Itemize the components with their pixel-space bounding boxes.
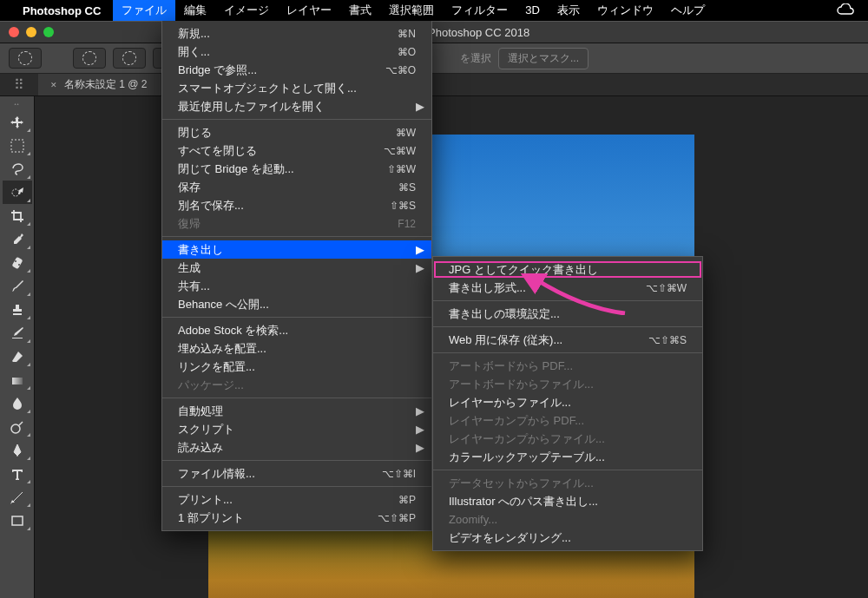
export-submenu-item[interactable]: Web 用に保存 (従来)...⌥⇧⌘S	[433, 331, 702, 349]
export-submenu-item[interactable]: Illustrator へのパス書き出し...	[433, 492, 702, 510]
file-menu-item[interactable]: 開く...⌘O	[162, 43, 431, 61]
type-tool-icon[interactable]	[3, 462, 32, 485]
file-menu-item[interactable]: すべてを閉じる⌥⌘W	[162, 141, 431, 160]
file-menu-item-label: 開く...	[178, 44, 210, 60]
file-menu-item[interactable]: 別名で保存...⇧⌘S	[162, 196, 431, 214]
file-menu-item[interactable]: 自動処理▶	[162, 402, 431, 420]
file-menu-item-label: リンクを配置...	[178, 359, 255, 375]
export-submenu-item-label: Web 用に保存 (従来)...	[449, 332, 562, 348]
file-menu-item[interactable]: Adobe Stock を検索...	[162, 321, 431, 339]
file-menu-item[interactable]: 最近使用したファイルを開く▶	[162, 97, 431, 115]
menubar-item-ウィンドウ[interactable]: ウィンドウ	[589, 0, 662, 21]
export-submenu-item-label: レイヤーカンプからファイル...	[449, 431, 605, 447]
pen-tool-icon[interactable]	[3, 438, 32, 462]
shortcut-label: ⌥⇧⌘W	[646, 282, 687, 294]
file-menu-item[interactable]: 閉じる⌘W	[162, 123, 431, 141]
tool-panel-grip-icon[interactable]: ••	[14, 102, 19, 107]
stamp-tool-icon[interactable]	[3, 298, 32, 321]
cc-cloud-icon[interactable]	[837, 3, 854, 18]
lasso-tool-icon[interactable]	[3, 157, 32, 181]
export-submenu-item[interactable]: 書き出しの環境設定...	[433, 305, 702, 323]
file-menu-item-label: 新規...	[178, 26, 210, 42]
select-and-mask-button[interactable]: 選択とマスク...	[498, 48, 589, 69]
tab-grip-icon[interactable]: ⠿	[0, 74, 38, 95]
menubar-item-レイヤー[interactable]: レイヤー	[278, 0, 340, 21]
file-menu-item[interactable]: 埋め込みを配置...	[162, 339, 431, 358]
active-tool-icon[interactable]	[9, 48, 42, 69]
file-menu-item[interactable]: 新規...⌘N	[162, 24, 431, 43]
shortcut-label: ⌘O	[398, 46, 416, 58]
menubar-item-表示[interactable]: 表示	[549, 0, 589, 21]
file-menu-item[interactable]: 生成▶	[162, 259, 431, 277]
export-submenu-item: データセットからファイル...	[433, 474, 702, 492]
file-menu-item-label: 閉じる	[178, 125, 212, 141]
menubar-item-書式[interactable]: 書式	[340, 0, 380, 21]
menubar-item-編集[interactable]: 編集	[175, 0, 215, 21]
menubar-item-ヘルプ[interactable]: ヘルプ	[662, 0, 713, 21]
options-bar: を選択 選択とマスク...	[0, 43, 868, 74]
menubar-item-ファイル[interactable]: ファイル	[113, 0, 175, 21]
file-menu-item[interactable]: プリント...⌘P	[162, 490, 431, 509]
file-menu-item[interactable]: 1 部プリント⌥⇧⌘P	[162, 509, 431, 527]
quick-select-tool-icon[interactable]	[3, 181, 32, 204]
file-menu-item[interactable]: ファイル情報...⌥⇧⌘I	[162, 464, 431, 483]
shortcut-label: ⌘P	[398, 494, 416, 506]
path-tool-icon[interactable]	[3, 485, 32, 509]
brush-tool-icon[interactable]	[3, 274, 32, 298]
file-menu-separator	[162, 119, 431, 120]
file-menu-separator	[162, 486, 431, 487]
crop-tool-icon[interactable]	[3, 204, 32, 227]
file-menu-item[interactable]: Bridge で参照...⌥⌘O	[162, 61, 431, 79]
file-menu-item-label: プリント...	[178, 492, 233, 508]
file-menu-item[interactable]: 保存⌘S	[162, 178, 431, 196]
close-tab-icon[interactable]: ✕	[50, 81, 57, 89]
blur-tool-icon[interactable]	[3, 391, 32, 415]
export-submenu-item-label: 書き出し形式...	[449, 280, 526, 296]
submenu-chevron-icon: ▶	[416, 441, 424, 454]
file-menu-item[interactable]: スクリプト▶	[162, 420, 431, 438]
shortcut-label: ⌥⌘O	[385, 64, 416, 76]
menubar-item-3D[interactable]: 3D	[516, 0, 549, 21]
eraser-tool-icon[interactable]	[3, 345, 32, 368]
heal-tool-icon[interactable]	[3, 251, 32, 274]
file-menu-item[interactable]: スマートオブジェクトとして開く...	[162, 79, 431, 97]
bucket-tool-icon[interactable]	[3, 368, 32, 391]
eyedropper-tool-icon[interactable]	[3, 227, 32, 251]
export-submenu-item-label: 書き出しの環境設定...	[449, 306, 560, 322]
export-submenu-item[interactable]: ビデオをレンダリング...	[433, 529, 702, 547]
file-menu-item[interactable]: 読み込み▶	[162, 438, 431, 457]
file-menu-item[interactable]: Behance へ公開...	[162, 295, 431, 313]
file-menu-item[interactable]: 閉じて Bridge を起動...⇧⌘W	[162, 160, 431, 178]
file-menu-item[interactable]: リンクを配置...	[162, 358, 431, 376]
export-submenu-separator	[433, 300, 702, 301]
export-submenu-item: レイヤーカンプからファイル...	[433, 430, 702, 448]
menubar-item-フィルター[interactable]: フィルター	[443, 0, 516, 21]
export-submenu-separator	[433, 352, 702, 353]
export-submenu-item[interactable]: JPG としてクイック書き出し	[433, 260, 702, 279]
shortcut-label: ⇧⌘S	[390, 200, 416, 212]
file-menu-item-label: ファイル情報...	[178, 466, 255, 482]
submenu-chevron-icon: ▶	[416, 423, 424, 436]
new-selection-icon[interactable]	[113, 48, 146, 69]
export-submenu-item[interactable]: カラールックアップテーブル...	[433, 448, 702, 466]
menubar-item-選択範囲[interactable]: 選択範囲	[380, 0, 443, 21]
window-traffic-lights[interactable]	[9, 27, 54, 37]
brush-preset-icon[interactable]	[73, 48, 106, 69]
shortcut-label: F12	[398, 218, 416, 230]
move-tool-icon[interactable]	[3, 110, 32, 134]
document-tab[interactable]: ✕ 名称未設定 1 @ 2	[38, 74, 161, 95]
dodge-tool-icon[interactable]	[3, 415, 32, 438]
file-menu-item-label: 1 部プリント	[178, 510, 244, 526]
file-menu-item[interactable]: 共有...	[162, 277, 431, 295]
export-submenu-item[interactable]: レイヤーからファイル...	[433, 393, 702, 411]
file-menu-item-label: Adobe Stock を検索...	[178, 323, 288, 338]
rect-shape-tool-icon[interactable]	[3, 509, 32, 532]
file-menu-item-label: スクリプト	[178, 422, 234, 437]
file-menu-item[interactable]: 書き出し▶	[162, 240, 431, 259]
menubar-item-イメージ[interactable]: イメージ	[215, 0, 278, 21]
history-tool-icon[interactable]	[3, 321, 32, 345]
rect-marquee-tool-icon[interactable]	[3, 134, 32, 157]
submenu-chevron-icon: ▶	[416, 243, 424, 256]
app-name[interactable]: Photoshop CC	[23, 4, 101, 17]
export-submenu-item[interactable]: 書き出し形式...⌥⇧⌘W	[433, 279, 702, 297]
